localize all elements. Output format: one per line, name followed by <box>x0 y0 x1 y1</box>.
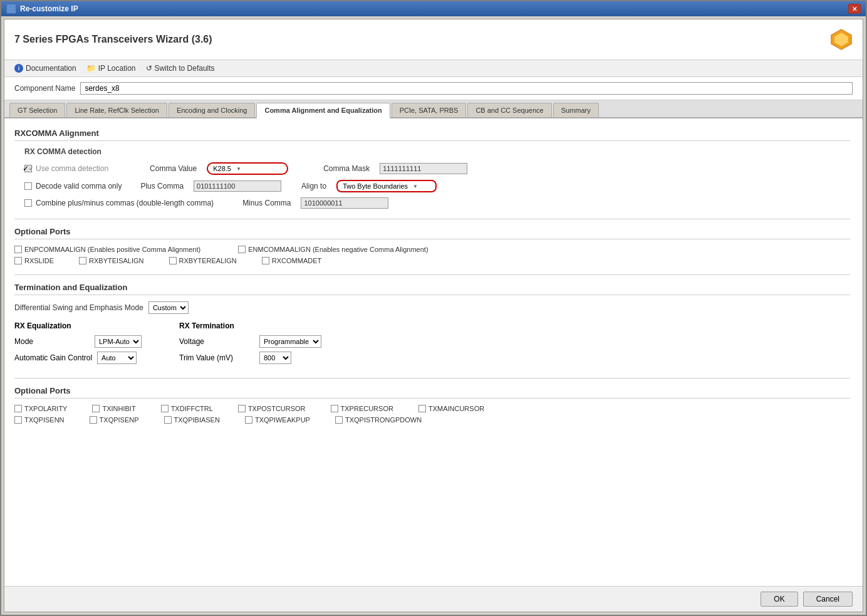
documentation-button[interactable]: i Documentation <box>14 64 76 73</box>
port-txinhibit: TXINHIBIT <box>92 405 135 412</box>
rx-equalization-col: RX Equalization Mode LPM-Auto DFE-Auto A… <box>14 321 142 368</box>
rx-comma-detection: RX COMMA detection ✓ Use comma detection… <box>14 147 850 209</box>
minus-comma-input[interactable] <box>301 197 388 209</box>
switch-defaults-button[interactable]: ↺ Switch to Defaults <box>146 64 215 73</box>
txprecursor-checkbox[interactable] <box>331 405 338 412</box>
rx-comma-detection-title: RX COMMA detection <box>24 147 850 156</box>
port-row-1: ENPCOMMAALIGN (Enables positive Comma Al… <box>14 246 850 253</box>
port-rxslide: RXSLIDE <box>14 257 54 264</box>
txmaincursor-checkbox[interactable] <box>418 405 426 412</box>
trim-label: Trim Value (mV) <box>179 353 254 362</box>
tx-port-row-1: TXPOLARITY TXINHIBIT TXDIFFCTRL <box>14 405 850 412</box>
rxcommadet-label: RXCOMMADET <box>272 257 321 264</box>
agc-row: Automatic Gain Control Auto Manual <box>14 352 142 364</box>
enmcommaalign-checkbox[interactable] <box>238 246 246 253</box>
comma-mask-input[interactable] <box>380 163 467 174</box>
txpolarity-label: TXPOLARITY <box>24 405 67 412</box>
txpostcursor-checkbox[interactable] <box>238 405 246 412</box>
txqpistrongpdown-label: TXQPISTRONGPDOWN <box>345 416 422 424</box>
tab-encoding[interactable]: Encoding and Clocking <box>169 103 256 117</box>
txqpistrongpdown-checkbox[interactable] <box>335 416 343 424</box>
txqpisenp-label: TXQPISENP <box>100 416 139 424</box>
mode-label: Mode <box>14 337 90 346</box>
rx-equalization-title: RX Equalization <box>14 321 142 330</box>
app-icon <box>6 4 16 14</box>
plus-comma-input[interactable] <box>194 180 281 192</box>
optional-ports-2-section: Optional Ports TXPOLARITY TXINHIBIT <box>14 386 850 424</box>
mode-row: Mode LPM-Auto DFE-Auto <box>14 335 142 348</box>
voltage-row: Voltage Programmable Fixed <box>179 335 321 348</box>
align-to-text: Two Byte Boundaries <box>343 182 408 190</box>
port-txpostcursor: TXPOSTCURSOR <box>238 405 306 412</box>
txqpisenp-checkbox[interactable] <box>90 416 97 424</box>
component-name-label: Component Name <box>14 84 75 93</box>
ok-button[interactable]: OK <box>761 592 797 607</box>
component-name-input[interactable] <box>80 82 853 95</box>
combine-label: Combine plus/minus commas (double-length… <box>36 199 214 207</box>
comma-value-dropdown[interactable]: K28.5 ▼ <box>207 162 288 175</box>
voltage-select[interactable]: Programmable Fixed <box>259 335 321 348</box>
rxbyteisalign-label: RXBYTEISALIGN <box>89 257 143 264</box>
decode-valid-checkbox[interactable] <box>24 182 32 190</box>
txinhibit-checkbox[interactable] <box>92 405 100 412</box>
txqpibiasen-label: TXQPIBIASEN <box>174 416 220 424</box>
rxbyterealign-checkbox[interactable] <box>169 257 177 264</box>
mode-select[interactable]: LPM-Auto DFE-Auto <box>95 335 142 348</box>
tab-pcie[interactable]: PCIe, SATA, PRBS <box>392 103 467 117</box>
ip-location-button[interactable]: 📁 IP Location <box>86 64 136 73</box>
tab-cb-cc[interactable]: CB and CC Sequence <box>467 103 551 117</box>
align-to-dropdown[interactable]: Two Byte Boundaries ▼ <box>336 180 437 192</box>
port-enpcommaalign: ENPCOMMAALIGN (Enables positive Comma Al… <box>14 246 200 253</box>
txdiffctrl-label: TXDIFFCTRL <box>171 405 213 412</box>
trim-select[interactable]: 800 900 1000 <box>259 352 291 364</box>
optional-ports-2-grid: TXPOLARITY TXINHIBIT TXDIFFCTRL <box>14 405 850 424</box>
port-row-2: RXSLIDE RXBYTEISALIGN RXBYTEREALIGN <box>14 257 850 264</box>
port-txprecursor: TXPRECURSOR <box>331 405 393 412</box>
txdiffctrl-checkbox[interactable] <box>161 405 169 412</box>
port-txqpisenn: TXQPISENN <box>14 416 65 424</box>
close-button[interactable]: ✕ <box>848 4 861 14</box>
txqpibiasen-checkbox[interactable] <box>164 416 172 424</box>
enpcommaalign-label: ENPCOMMAALIGN (Enables positive Comma Al… <box>24 246 200 253</box>
use-comma-row: ✓ Use comma detection Comma Value K28.5 … <box>24 162 850 175</box>
xilinx-logo <box>830 28 853 51</box>
tab-line-rate[interactable]: Line Rate, RefClk Selection <box>66 103 167 117</box>
rxcommadet-checkbox[interactable] <box>262 257 269 264</box>
port-txqpistrongpdown: TXQPISTRONGPDOWN <box>335 416 422 424</box>
combine-checkbox[interactable] <box>24 199 32 207</box>
port-txdiffctrl: TXDIFFCTRL <box>161 405 213 412</box>
decode-valid-row: Decode valid comma only Plus Comma Align… <box>24 180 850 192</box>
rxslide-checkbox[interactable] <box>14 257 22 264</box>
main-content: 7 Series FPGAs Transceivers Wizard (3.6)… <box>4 19 863 612</box>
documentation-label: Documentation <box>26 64 76 73</box>
enpcommaalign-checkbox[interactable] <box>14 246 22 253</box>
txqpiweakpup-checkbox[interactable] <box>245 416 252 424</box>
termination-equalization-section: Termination and Equalization Differentia… <box>14 283 850 368</box>
rxbyteisalign-checkbox[interactable] <box>79 257 86 264</box>
rx-termination-title: RX Termination <box>179 321 321 330</box>
txpolarity-checkbox[interactable] <box>14 405 22 412</box>
rxcomma-alignment-section: RXCOMMA Alignment RX COMMA detection ✓ U… <box>14 128 850 209</box>
txpostcursor-label: TXPOSTCURSOR <box>248 405 306 412</box>
txqpisenn-checkbox[interactable] <box>14 416 22 424</box>
rxcomma-section-title: RXCOMMA Alignment <box>14 128 850 141</box>
switch-defaults-label: Switch to Defaults <box>155 64 215 73</box>
tab-gt-selection[interactable]: GT Selection <box>9 103 65 117</box>
agc-select[interactable]: Auto Manual <box>97 352 137 364</box>
title-bar-buttons: ✕ <box>848 4 861 14</box>
port-enmcommaalign: ENMCOMMAALIGN (Enables negative Comma Al… <box>238 246 428 253</box>
align-to-arrow: ▼ <box>413 184 418 189</box>
cancel-button[interactable]: Cancel <box>803 592 853 607</box>
tab-comma-alignment[interactable]: Comma Alignment and Equalization <box>256 103 390 118</box>
txmaincursor-label: TXMAINCURSOR <box>428 405 484 412</box>
tab-summary[interactable]: Summary <box>553 103 599 117</box>
use-comma-checkbox[interactable]: ✓ <box>24 165 32 172</box>
diff-swing-select[interactable]: Custom Default <box>148 301 189 314</box>
port-txmaincursor: TXMAINCURSOR <box>418 405 484 412</box>
comma-value-text: K28.5 <box>213 165 231 172</box>
diff-swing-label: Differential Swing and Emphasis Mode <box>14 303 143 312</box>
port-txqpibiasen: TXQPIBIASEN <box>164 416 220 424</box>
scroll-area[interactable]: RXCOMMA Alignment RX COMMA detection ✓ U… <box>4 118 863 586</box>
txprecursor-label: TXPRECURSOR <box>341 405 393 412</box>
info-icon: i <box>14 64 23 73</box>
